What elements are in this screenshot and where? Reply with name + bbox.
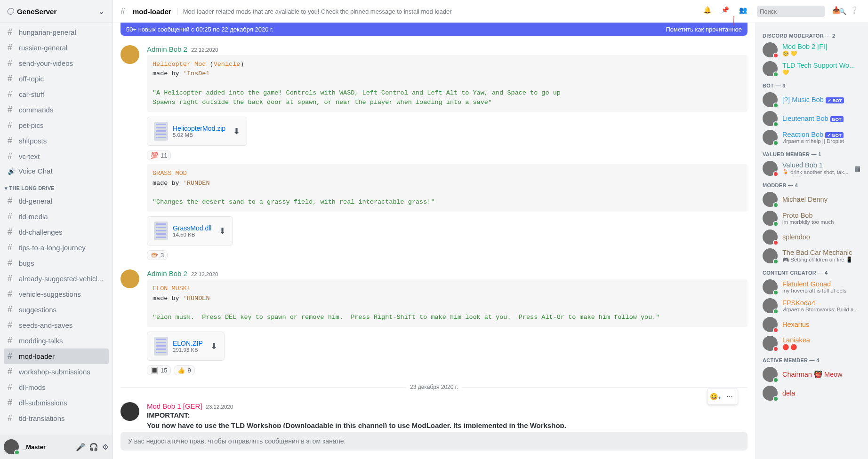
download-icon[interactable]: ⬇ [210, 341, 217, 351]
add-reaction-icon[interactable]: 😀₊ [709, 390, 722, 403]
member-row[interactable]: Valued Bob 1🍹 drink another shot, tak...… [759, 159, 864, 178]
avatar[interactable] [121, 269, 139, 288]
member-row[interactable]: Reaction Bob✓ БОТИграет в rr!help || Dro… [759, 128, 864, 147]
channel-item[interactable]: #tld-translations [4, 411, 109, 426]
download-icon[interactable]: ⬇ [219, 226, 226, 236]
pinned-icon[interactable]: 📌 [721, 6, 731, 16]
message-author[interactable]: Mod Bob 1 [GER] [147, 402, 202, 410]
channel-item[interactable]: #tld-general [4, 193, 109, 209]
channel-item[interactable]: #send-your-videos [4, 55, 109, 71]
reaction[interactable]: 💯11 [147, 150, 171, 160]
more-icon[interactable]: ⋯ [723, 390, 736, 403]
file-name[interactable]: GrassMod.dll [173, 224, 211, 232]
channel-topic[interactable]: Mod-loader related mods that are availab… [177, 8, 452, 15]
channel-list[interactable]: #hungarian-general#russian-general#send-… [0, 23, 113, 435]
member-row[interactable]: Michael Denny [759, 190, 864, 209]
member-avatar [763, 317, 778, 332]
reaction[interactable]: 🔳15 [147, 365, 171, 375]
channel-item[interactable]: #shitposts [4, 133, 109, 149]
channel-item[interactable]: #russian-general [4, 40, 109, 55]
member-row[interactable]: Chairman 👹 Meow [759, 365, 864, 384]
member-row[interactable]: splendoo [759, 228, 864, 246]
file-attachment[interactable]: HelicopterMod.zip 5.02 MB ⬇ [147, 117, 247, 146]
channel-item[interactable]: #suggestions [4, 302, 109, 317]
speaker-icon: 🔊 [8, 167, 16, 175]
member-avatar [763, 211, 778, 226]
chevron-down-icon[interactable]: ⌄ [98, 6, 105, 16]
member-row[interactable]: Lieutenant BobБОТ [759, 109, 864, 128]
member-row[interactable]: [?] Music Bob✓ БОТ [759, 90, 864, 109]
channel-item[interactable]: #pet-pics [4, 118, 109, 133]
channel-item[interactable]: #commands [4, 102, 109, 118]
hash-icon: # [8, 74, 16, 84]
member-row[interactable]: Mod Bob 2 [FI]🥺 💛 [759, 40, 864, 59]
members-icon[interactable]: 👥 [739, 6, 749, 16]
channel-item[interactable]: #modding-talks [4, 333, 109, 348]
self-avatar[interactable] [4, 439, 19, 454]
channel-item[interactable]: #seeds-and-saves [4, 317, 109, 333]
search-input[interactable] [760, 8, 839, 15]
file-icon [154, 337, 168, 356]
file-attachment[interactable]: ELON.ZIP 291.93 KB ⬇ [147, 332, 225, 361]
hash-icon: # [8, 58, 16, 68]
member-name: dela [782, 389, 860, 397]
member-row[interactable]: Laniakea🔴 🔴 [759, 334, 864, 353]
member-group-title: MODDER — 4 [759, 178, 864, 190]
server-header[interactable]: GeneServer ⌄ [0, 0, 113, 23]
rich-presence-icon: ▦ [854, 165, 860, 172]
reaction[interactable]: 🐡3 [147, 250, 168, 260]
member-avatar [763, 230, 778, 245]
chat-column: 50+ новых сообщений с 00:25 по 22 декабр… [113, 23, 755, 459]
messages-scroll[interactable]: Admin Bob 2 22.12.2020 Helicopter Mod (V… [121, 41, 747, 428]
settings-icon[interactable]: ⚙ [102, 443, 109, 451]
member-row[interactable]: Proto Bobim morbidly too much [759, 209, 864, 228]
member-row[interactable]: TLD Tech Support Wo...💛 [759, 59, 864, 78]
file-attachment[interactable]: GrassMod.dll 14.50 KB ⬇ [147, 216, 233, 245]
file-name[interactable]: ELON.ZIP [173, 340, 203, 347]
inbox-icon[interactable]: 📥 [832, 6, 843, 16]
category-label[interactable]: ▾ THE LONG DRIVE [4, 178, 109, 193]
member-name: Valued Bob 1 [782, 161, 850, 169]
member-row[interactable]: FPSKoda4Играет в Stormworks: Build a... [759, 296, 864, 315]
channel-item[interactable]: #hungarian-general [4, 24, 109, 40]
channel-item[interactable]: #vc-text [4, 149, 109, 164]
mark-read-button[interactable]: Пометить как прочитанное [666, 26, 742, 33]
search-box[interactable]: 🔍 [757, 6, 825, 17]
channel-item[interactable]: #tld-media [4, 209, 109, 224]
member-row[interactable]: Flatulent Gonadmy hovercraft is full of … [759, 277, 864, 296]
member-row[interactable]: Hexarius [759, 315, 864, 334]
message-author[interactable]: Admin Bob 2 [147, 269, 187, 277]
channel-item[interactable]: #car-stuff [4, 87, 109, 102]
download-icon[interactable]: ⬇ [233, 126, 240, 136]
member-avatar [763, 61, 778, 76]
channel-item[interactable]: #tips-to-a-long-journey [4, 240, 109, 255]
message-author[interactable]: Admin Bob 2 [147, 45, 187, 53]
channel-item[interactable]: #bugs [4, 255, 109, 271]
deafen-icon[interactable]: 🎧 [89, 443, 98, 451]
file-name[interactable]: HelicopterMod.zip [173, 125, 225, 132]
channel-item[interactable]: #mod-loader [4, 348, 109, 364]
channel-item[interactable]: #tld-challenges [4, 224, 109, 240]
channel-item[interactable]: 🔊Voice Chat [4, 164, 109, 178]
channel-item[interactable]: #off-topic [4, 71, 109, 87]
channel-item[interactable]: #workshop-submissions [4, 364, 109, 380]
member-name: Chairman 👹 Meow [782, 371, 860, 379]
member-status: Играет в rr!help || Droplet [782, 138, 860, 144]
self-username[interactable]: _Master [23, 443, 72, 451]
channel-item[interactable]: #already-suggested-vehicl... [4, 271, 109, 286]
channel-item[interactable]: #dll-submissions [4, 395, 109, 411]
channel-item[interactable]: #vehicle-suggestions [4, 286, 109, 302]
help-icon[interactable]: ❔ [850, 6, 860, 16]
member-row[interactable]: The Bad Car Mechanic🎮 Setting children o… [759, 246, 864, 265]
reaction[interactable]: 👍9 [174, 365, 194, 375]
avatar[interactable] [121, 402, 139, 421]
new-messages-bar[interactable]: 50+ новых сообщений с 00:25 по 22 декабр… [121, 23, 747, 36]
member-name: Flatulent Gonad [782, 280, 860, 288]
mute-icon[interactable]: 🎤 [76, 443, 85, 451]
avatar[interactable] [121, 45, 139, 64]
members-list[interactable]: DISCORD MODERATOR — 2Mod Bob 2 [FI]🥺 💛TL… [755, 23, 868, 459]
notifications-icon[interactable]: 🔔 [703, 6, 714, 16]
member-status: 🍹 drink another shot, tak... [782, 169, 850, 175]
member-row[interactable]: dela [759, 384, 864, 403]
channel-item[interactable]: #dll-mods [4, 380, 109, 395]
